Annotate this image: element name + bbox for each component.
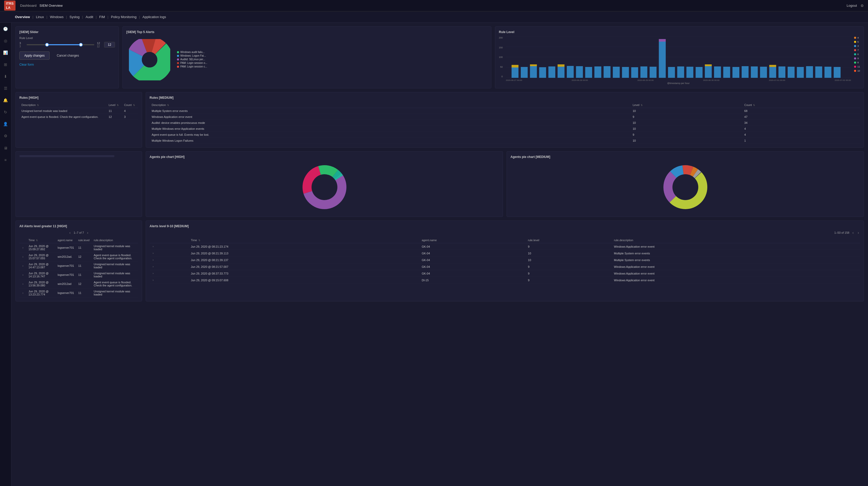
svg-rect-53 — [834, 67, 841, 78]
expand-btn[interactable]: › — [152, 258, 154, 262]
nav-syslog[interactable]: Syslog — [68, 15, 81, 19]
sidebar-table-icon[interactable]: ☰ — [2, 85, 9, 92]
ah-col-desc[interactable]: rule.description — [92, 237, 138, 243]
nav-fim[interactable]: FIM — [98, 15, 106, 19]
main-content: [SIEM] Slider Rule Level 33 1212 — [11, 23, 868, 486]
svg-rect-18 — [549, 66, 555, 78]
nav-policy-monitoring[interactable]: Policy Monitoring — [109, 15, 138, 19]
ah-col-time[interactable]: Time ⇅ — [26, 237, 56, 243]
expand-btn[interactable]: › — [22, 282, 24, 286]
ah-col-agent[interactable]: agent.name — [56, 237, 76, 243]
nav-linux[interactable]: Linux — [34, 15, 45, 19]
am-col-desc[interactable]: rule.description — [612, 237, 860, 243]
top5-legend: Windows audit failu... Windows: Logon Fa… — [177, 51, 207, 69]
am-col-agent[interactable]: agent.name — [420, 237, 526, 243]
rules-high-col-desc[interactable]: Description ⇅ — [20, 102, 107, 108]
alerts-medium-prev-btn[interactable]: ‹ — [851, 230, 855, 235]
sidebar-search-icon[interactable]: ◎ — [2, 37, 9, 45]
sidebar-gear-icon[interactable]: ⚙ — [2, 132, 9, 140]
rules-high-col-level[interactable]: Level ⇅ — [107, 102, 122, 108]
sidebar-person-icon[interactable]: 👤 — [2, 120, 9, 128]
logo: ITRS LA — [4, 1, 16, 10]
sidebar-refresh-icon[interactable]: ↻ — [2, 109, 9, 116]
nav-windows[interactable]: Windows — [48, 15, 65, 19]
cancel-changes-button[interactable]: Cancel changes — [52, 52, 84, 60]
expand-btn[interactable]: › — [152, 271, 154, 275]
rules-medium-col-level[interactable]: Level ⇅ — [630, 102, 742, 108]
rules-medium-title: Rules [MEDIUM] — [150, 96, 860, 99]
expand-btn[interactable]: › — [22, 291, 24, 295]
expand-btn[interactable]: › — [22, 273, 24, 277]
clear-form-link[interactable]: Clear form — [20, 63, 34, 66]
rules-medium-col-desc[interactable]: Description ⇅ — [150, 102, 630, 108]
expand-btn[interactable]: › — [22, 264, 24, 268]
am-col-level[interactable]: rule.level — [526, 237, 612, 243]
slider-btn-row: Apply changes Cancel changes — [20, 52, 115, 60]
svg-rect-22 — [576, 66, 583, 78]
expand-btn[interactable]: › — [152, 251, 154, 255]
table-row: ›Jun 29, 2020 @ 08:21:39.137GK-0410Multi… — [150, 257, 860, 263]
nav-overview[interactable]: Overview — [13, 15, 32, 19]
expand-btn[interactable]: › — [152, 278, 154, 282]
table-row: ›Jun 29, 2020 @ 08:37:33.773GK-049Window… — [150, 270, 860, 277]
rules-high-title: Rules [HIGH] — [20, 96, 138, 99]
am-col-time[interactable]: Time ⇅ — [189, 237, 420, 243]
expand-btn[interactable]: › — [152, 265, 154, 268]
table-row: ›Jun 29, 2020 @ 13:56:39.080win2012ad12A… — [20, 280, 138, 288]
ah-col-level[interactable]: rule.level — [76, 237, 92, 243]
svg-rect-33 — [668, 67, 675, 78]
alerts-high-panel: All Alerts level greater 11 [HIGH] ‹ 1–7… — [16, 221, 142, 302]
sidebar-settings-icon[interactable]: ≡ — [2, 156, 9, 163]
table-row: Multiple Windows Logon Failures101 — [150, 138, 860, 144]
rules-high-col-count[interactable]: Count ⇅ — [122, 102, 138, 108]
alerts-high-next-btn[interactable]: › — [86, 230, 89, 235]
rules-medium-table: Description ⇅ Level ⇅ Count ⇅ Multiple S… — [150, 102, 860, 144]
sidebar-chart-icon[interactable]: 📊 — [2, 49, 9, 56]
alerts-high-table: Time ⇅ agent.name rule.level rule.descri… — [20, 237, 138, 297]
svg-rect-28 — [631, 67, 638, 78]
alerts-medium-title: Alerts level 9-10 [MEDIUM] — [150, 224, 860, 228]
svg-rect-35 — [686, 67, 693, 78]
expand-btn[interactable]: › — [22, 246, 24, 250]
alerts-high-prev-btn[interactable]: ‹ — [68, 230, 71, 235]
table-row: Agent event queue is flooded. Check the … — [20, 114, 138, 120]
breadcrumb: Dashboard SIEM Overview — [19, 4, 63, 7]
main-layout: 🕐 ◎ 📊 ⊞ ⬇ ☰ 🔔 ↻ 👤 ⚙ 🖥 ≡ [SIEM] Slider Ru… — [0, 23, 868, 486]
expand-btn[interactable]: › — [22, 255, 24, 259]
svg-rect-36 — [696, 67, 703, 78]
rules-medium-panel: Rules [MEDIUM] Description ⇅ Level ⇅ Cou… — [146, 92, 864, 148]
table-row: Auditd: device enables promiscuous mode1… — [150, 120, 860, 126]
alerts-medium-next-btn[interactable]: › — [857, 230, 860, 235]
alerts-high-title: All Alerts level greater 11 [HIGH] — [20, 224, 138, 228]
top5-alerts-panel: [SIEM] Top 5 Alerts — [122, 26, 491, 88]
svg-rect-43 — [751, 66, 758, 78]
svg-rect-38 — [705, 64, 712, 66]
nav-audit[interactable]: Audit — [84, 15, 95, 19]
slider-min-label: 33 — [20, 41, 24, 48]
table-row: Multiple System error events1068 — [150, 108, 860, 114]
slider-thumb-left[interactable] — [45, 43, 49, 47]
table-row: Multiple Windows error Application event… — [150, 126, 860, 132]
svg-rect-47 — [778, 66, 785, 78]
sidebar-clock-icon[interactable]: 🕐 — [2, 25, 9, 33]
expand-btn[interactable]: › — [152, 245, 154, 249]
nav-application-logs[interactable]: Application logs — [141, 15, 168, 19]
rules-medium-col-count[interactable]: Count ⇅ — [742, 102, 860, 108]
agents-pie-medium-title: Agents pie chart [MEDIUM] — [510, 155, 860, 159]
logout-button[interactable]: Logout — [846, 4, 857, 7]
svg-point-5 — [142, 52, 157, 67]
svg-rect-20 — [557, 64, 564, 67]
sidebar-monitor-icon[interactable]: 🖥 — [2, 144, 9, 151]
table-row: Windows Application error event947 — [150, 114, 860, 120]
apply-changes-button[interactable]: Apply changes — [20, 52, 50, 60]
table-row: ›Jun 29, 2020 @ 08:21:57.007GK-049Window… — [150, 263, 860, 270]
sidebar-grid-icon[interactable]: ⊞ — [2, 61, 9, 68]
slider-value-input[interactable] — [104, 42, 115, 48]
slider-container[interactable] — [27, 42, 94, 47]
svg-rect-27 — [622, 67, 629, 78]
slider-thumb-right[interactable] — [79, 43, 83, 47]
sidebar-alert-icon[interactable]: 🔔 — [2, 97, 9, 104]
sidebar-download-icon[interactable]: ⬇ — [2, 73, 9, 80]
svg-rect-12 — [512, 67, 519, 78]
svg-rect-34 — [677, 66, 684, 78]
